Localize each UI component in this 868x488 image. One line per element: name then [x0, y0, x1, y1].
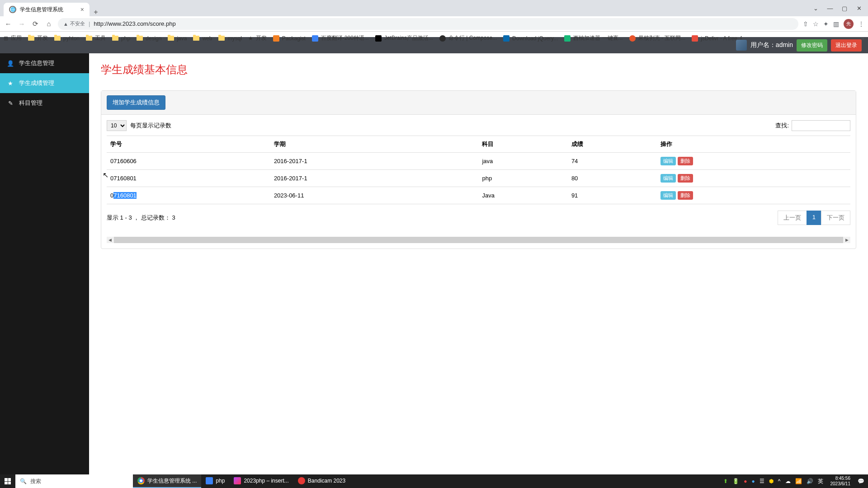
table-controls: 10 每页显示记录数 查找:: [107, 120, 850, 131]
cell-score: 74: [568, 153, 657, 170]
reload-icon[interactable]: ⟳: [31, 20, 40, 28]
cell-actions: 编辑 删除: [657, 153, 850, 170]
col-actions: 操作: [657, 136, 850, 153]
horizontal-scrollbar[interactable]: ◀ ▶: [107, 237, 850, 243]
bookmark-item[interactable]: ★ 开发: [248, 34, 267, 42]
sidebar-item-student-info[interactable]: 👤 学生信息管理: [0, 53, 89, 73]
bookmark-folder[interactable]: php: [112, 35, 130, 42]
cell-term: 2016-2017-1: [270, 170, 479, 187]
star-icon[interactable]: ☆: [813, 20, 819, 28]
records-info: 显示 1 - 3 ， 总记录数： 3: [107, 214, 175, 222]
sidebar: 👤 学生信息管理 ★ 学生成绩管理 ✎ 科目管理: [0, 53, 89, 474]
selected-text: 7160801: [113, 192, 137, 199]
panel-body: 10 每页显示记录数 查找: 学号 学期 科目 成绩: [101, 115, 856, 249]
delete-button[interactable]: 删除: [678, 191, 693, 200]
search-input[interactable]: [792, 120, 850, 131]
window-controls: ⌄ — ▢ ✕: [809, 4, 865, 13]
panel-icon[interactable]: ▥: [833, 20, 839, 28]
back-icon[interactable]: ←: [4, 20, 13, 28]
close-icon[interactable]: ×: [80, 6, 84, 13]
chevron-down-icon[interactable]: ⌄: [809, 4, 822, 13]
change-password-button[interactable]: 修改密码: [797, 39, 827, 52]
tab-title: 学生信息管理系统: [20, 6, 63, 14]
bookmark-folder[interactable]: 工具: [86, 34, 106, 42]
tab-bar: 🌐 学生信息管理系统 × + ⌄ — ▢ ✕: [0, 0, 868, 16]
table-row: 07160801 2016-2017-1 php 80 编辑 删除: [107, 170, 850, 187]
add-score-button[interactable]: 增加学生成绩信息: [107, 95, 165, 110]
bookmark-item[interactable]: 西柚加速器 一键直...: [564, 34, 623, 42]
sidebar-item-subject-mgmt[interactable]: ✎ 科目管理: [0, 93, 89, 113]
score-table: 学号 学期 科目 成绩 操作 07160606 2016-2017-1 java: [107, 136, 850, 204]
edit-button[interactable]: 编辑: [660, 174, 676, 183]
browser-tab[interactable]: 🌐 学生信息管理系统 ×: [4, 3, 90, 16]
close-window-icon[interactable]: ✕: [853, 4, 865, 13]
col-subject[interactable]: 科目: [478, 136, 567, 153]
per-page-select[interactable]: 10: [107, 120, 127, 131]
pagination: 上一页 1 下一页: [778, 211, 850, 225]
sidebar-item-score-mgmt[interactable]: ★ 学生成绩管理: [0, 73, 89, 93]
bookmark-folder[interactable]: pyhton: [54, 35, 80, 42]
cell-actions: 编辑 删除: [657, 170, 850, 187]
not-secure-icon: ▲ 不安全: [63, 20, 85, 27]
star-icon: ★: [6, 80, 14, 87]
user-label: 用户名：admin: [750, 41, 793, 49]
bookmark-item[interactable]: Download jQuery...: [503, 35, 558, 42]
scroll-right-icon[interactable]: ▶: [845, 238, 849, 242]
cell-score: 80: [568, 170, 657, 187]
scroll-left-icon[interactable]: ◀: [108, 238, 112, 242]
col-student-id[interactable]: 学号: [107, 136, 270, 153]
bookmark-folder[interactable]: java: [168, 35, 187, 42]
logout-button[interactable]: 退出登录: [831, 39, 862, 52]
minimize-icon[interactable]: —: [824, 4, 836, 13]
new-tab-button[interactable]: +: [90, 8, 102, 16]
bookmark-item[interactable]: Packagist: [273, 35, 306, 42]
user-icon: 👤: [6, 60, 14, 67]
address-bar-row: ← → ⟳ ⌂ ▲ 不安全 | http://www.2023.com/scor…: [0, 16, 868, 32]
menu-icon[interactable]: ⋮: [858, 20, 864, 28]
page-number-button[interactable]: 1: [807, 211, 821, 225]
edit-button[interactable]: 编辑: [660, 157, 676, 165]
forward-icon[interactable]: →: [17, 20, 26, 28]
url-text: http://www.2023.com/score.php: [94, 20, 175, 27]
table-header-row: 学号 学期 科目 成绩 操作: [107, 136, 850, 153]
cell-student-id: 07160606: [107, 153, 270, 170]
url-bar[interactable]: ▲ 不安全 | http://www.2023.com/score.php: [58, 18, 798, 30]
cell-actions: 编辑 删除: [657, 187, 850, 204]
table-footer: 显示 1 - 3 ， 总记录数： 3 上一页 1 下一页: [107, 211, 850, 225]
bookmark-item[interactable]: JetBrains产品激活...: [375, 34, 433, 42]
per-page-label: 每页显示记录数: [130, 122, 171, 130]
bookmark-folder[interactable]: web: [193, 35, 212, 42]
edit-button[interactable]: 编辑: [660, 191, 676, 200]
content-area: 学生成绩基本信息 增加学生成绩信息 10 每页显示记录数 查找:: [89, 53, 868, 474]
sidebar-item-label: 科目管理: [19, 99, 42, 107]
col-score[interactable]: 成绩: [568, 136, 657, 153]
bookmark-item[interactable]: 果核剥壳 - 互联网...: [629, 34, 686, 42]
cell-subject: php: [478, 170, 567, 187]
cell-subject: java: [478, 153, 567, 170]
cell-term: 2023-06-11: [270, 187, 479, 204]
user-avatar: [736, 40, 747, 51]
profile-avatar[interactable]: 先: [844, 19, 854, 29]
apps-icon[interactable]: ⊞ 应用: [4, 34, 22, 42]
maximize-icon[interactable]: ▢: [838, 4, 851, 13]
col-term[interactable]: 学期: [270, 136, 479, 153]
next-page-button[interactable]: 下一页: [821, 211, 850, 225]
delete-button[interactable]: 删除: [678, 174, 693, 183]
bookmark-item[interactable]: 百度翻译-200种语...: [312, 34, 369, 42]
table-row: 07160801 2023-06-11 Java 91 编辑 删除: [107, 187, 850, 204]
delete-button[interactable]: 删除: [678, 157, 693, 165]
bookmark-folder[interactable]: design: [137, 35, 161, 42]
bookmark-folder[interactable]: mysql: [218, 35, 241, 42]
panel: 增加学生成绩信息 10 每页显示记录数 查找: 学号: [101, 90, 856, 249]
page-title: 学生成绩基本信息: [101, 62, 856, 77]
extensions-icon[interactable]: ✦: [823, 20, 829, 28]
prev-page-button[interactable]: 上一页: [778, 211, 807, 225]
panel-header: 增加学生成绩信息: [101, 91, 856, 115]
table-row: 07160606 2016-2017-1 java 74 编辑 删除: [107, 153, 850, 170]
cell-student-id: 07160801: [107, 187, 270, 204]
bookmark-item[interactable]: 命令行 | Compose...: [439, 34, 497, 42]
home-icon[interactable]: ⌂: [44, 20, 53, 28]
bookmark-folder[interactable]: 开发: [28, 34, 48, 42]
cell-score: 91: [568, 187, 657, 204]
share-icon[interactable]: ⇧: [803, 20, 808, 28]
